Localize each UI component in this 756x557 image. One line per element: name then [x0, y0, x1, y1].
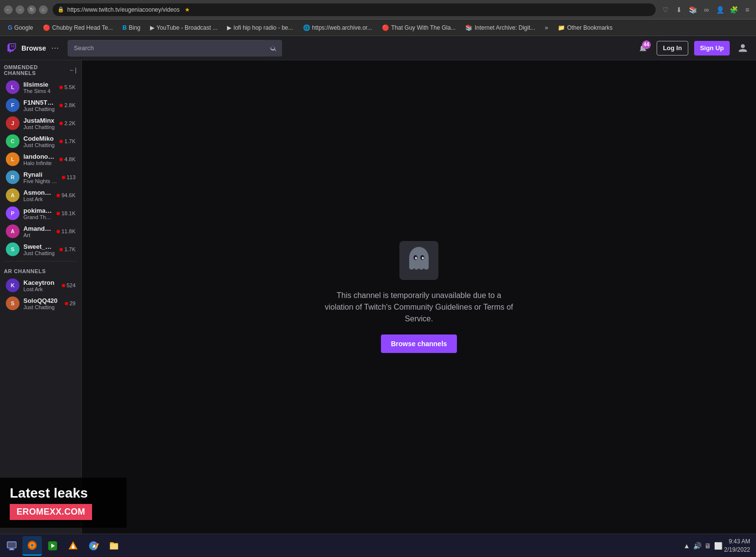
channel-game-codemiko: Just Chatting	[23, 142, 56, 148]
bookmark-star[interactable]: ★	[185, 6, 190, 13]
channel-name-asmongold: Asmongold	[23, 189, 53, 196]
browser-toolbar: ← → ↻ ⌂ 🔒 https://www.twitch.tv/eugeniac…	[0, 0, 756, 19]
channel-item-lilsimsie[interactable]: L lilsimsie The Sims 4 5.5K	[2, 78, 79, 96]
channel-viewers-asmongold: 94.6K	[57, 192, 76, 198]
channel-item-sweet-anita[interactable]: S Sweet_Anita Just Chatting 1.7K	[2, 241, 79, 258]
infinity-icon[interactable]: ∞	[701, 5, 711, 15]
tray-display-icon[interactable]: 🖥	[704, 542, 711, 550]
bookmark-internet-archive[interactable]: 📚 Internet Archive: Digit...	[461, 22, 539, 34]
bookmark-thatguy[interactable]: 🔴 That Guy With The Gla...	[378, 22, 460, 34]
taskbar-item-media[interactable]	[43, 536, 62, 556]
notification-button[interactable]: 44	[635, 40, 651, 56]
home-button[interactable]: ⌂	[39, 5, 48, 14]
channel-game-f1nn5ter: Just Chatting	[23, 106, 56, 112]
channel-avatar-f1nn5ter: F	[6, 98, 19, 112]
taskbar-clock[interactable]: 9:43 AM 2/19/2022	[724, 538, 750, 554]
channel-name-landonorris: landonorris	[23, 153, 56, 160]
taskbar-item-chrome[interactable]	[84, 536, 103, 556]
bookmark-google[interactable]: G Google	[4, 22, 37, 34]
taskbar-media-icon	[46, 539, 59, 553]
download-icon[interactable]: ⬇	[674, 5, 684, 15]
search-input[interactable]	[68, 40, 282, 56]
bookmark-bing[interactable]: B Bing	[119, 22, 145, 34]
pocket-icon[interactable]: ♡	[661, 5, 670, 15]
twitch-app: Browse ⋯ 44 Log In Sign Up	[0, 36, 756, 534]
taskbar-date: 2/19/2022	[724, 546, 750, 554]
twitch-body: OMMENDED CHANNELS ←| L lilsimsie The Sim…	[0, 60, 756, 534]
profile-icon[interactable]: 👤	[715, 5, 725, 15]
taskbar-item-firefox[interactable]	[22, 536, 42, 556]
ar-section-title: AR CHANNELS	[4, 268, 46, 274]
taskbar-right: ▲ 🔊 🖥 ⬜ 9:43 AM 2/19/2022	[683, 538, 754, 554]
channel-viewers-landonorris: 4.8K	[59, 156, 76, 162]
channel-name-amandrachlee: AmandaRachLee	[23, 225, 53, 232]
twitch-header: Browse ⋯ 44 Log In Sign Up	[0, 36, 756, 60]
more-icon[interactable]: ≡	[742, 5, 752, 15]
recommended-section-title: OMMENDED CHANNELS	[4, 64, 68, 76]
channel-item-asmongold[interactable]: A Asmongold Lost Ark 94.6K	[2, 186, 79, 204]
channel-avatar-rynali: R	[6, 170, 19, 184]
user-icon-button[interactable]	[736, 41, 750, 56]
channel-item-landonorris[interactable]: L landonorris Halo Infinite 4.8K	[2, 150, 79, 168]
channel-name-codemiko: CodeMiko	[23, 135, 56, 142]
svg-point-5	[415, 257, 417, 260]
channel-game-pokimane: Grand Theft Auto V	[23, 214, 53, 220]
refresh-button[interactable]: ↻	[27, 5, 36, 14]
bookmark-chubby[interactable]: 🔴 Chubby Red Head Te...	[39, 22, 117, 34]
live-dot-rynali	[62, 176, 65, 179]
taskbar-item-desktop[interactable]	[2, 536, 21, 556]
taskbar-desktop-icon	[5, 539, 19, 553]
channel-viewers-lilsimsie: 5.5K	[59, 84, 76, 90]
header-menu-button[interactable]: ⋯	[50, 43, 60, 53]
bookmark-more[interactable]: »	[541, 22, 552, 34]
channel-item-rynali[interactable]: R Rynali Five Nights at Fred... 113	[2, 168, 79, 186]
channel-info-asmongold: Asmongold Lost Ark	[23, 189, 53, 202]
svg-rect-7	[7, 541, 16, 548]
channel-viewers-codemiko: 1.7K	[59, 138, 76, 144]
browser-chrome: ← → ↻ ⌂ 🔒 https://www.twitch.tv/eugeniac…	[0, 0, 756, 36]
channel-info-landonorris: landonorris Halo Infinite	[23, 153, 56, 166]
back-button[interactable]: ←	[4, 5, 13, 14]
channel-game-kaceytron: Lost Ark	[23, 286, 58, 292]
channel-avatar-justaminx: J	[6, 116, 19, 130]
unavailable-text: This channel is temporarily unavailable …	[321, 290, 516, 325]
channel-item-pokimane[interactable]: P pokimane Grand Theft Auto V 18.1K	[2, 204, 79, 222]
signup-button[interactable]: Sign Up	[694, 41, 730, 56]
channel-item-soloqq420[interactable]: S SoloQQ420 Just Chatting 29	[2, 295, 79, 312]
library-icon[interactable]: 📚	[688, 5, 698, 15]
live-dot-pokimane	[57, 212, 60, 215]
channel-name-rynali: Rynali	[23, 171, 58, 178]
watermark-overlay: Latest leaks EROMEXX.COM	[0, 478, 127, 528]
channel-item-kaceytron[interactable]: K Kaceytron Lost Ark 524	[2, 277, 79, 294]
browse-channels-button[interactable]: Browse channels	[381, 334, 456, 353]
channel-game-justaminx: Just Chatting	[23, 124, 56, 130]
twitch-logo-area: Browse ⋯	[6, 42, 60, 54]
channel-viewers-f1nn5ter: 2.8K	[59, 102, 76, 108]
channel-item-f1nn5ter[interactable]: F F1NN5TER Just Chatting 2.8K	[2, 96, 79, 114]
header-right: 44 Log In Sign Up	[635, 40, 750, 56]
bookmark-youtube[interactable]: ▶ YouTube - Broadcast ...	[146, 22, 221, 34]
taskbar-item-files[interactable]	[104, 536, 124, 556]
forward-button[interactable]: →	[16, 5, 24, 14]
taskbar-item-vlc[interactable]	[63, 536, 83, 556]
bookmark-lofi[interactable]: ▶ lofi hip hop radio - be...	[223, 22, 297, 34]
search-button[interactable]	[265, 40, 282, 56]
channel-info-f1nn5ter: F1NN5TER Just Chatting	[23, 99, 56, 112]
bookmark-other[interactable]: 📁 Other Bookmarks	[554, 22, 616, 34]
collapse-recommended-button[interactable]: ←|	[68, 65, 77, 75]
channel-item-codemiko[interactable]: C CodeMiko Just Chatting 1.7K	[2, 132, 79, 150]
live-dot-sweet-anita	[59, 248, 63, 251]
bookmark-archive-web[interactable]: 🌐 https://web.archive.or...	[299, 22, 376, 34]
tray-volume-icon[interactable]: 🔊	[693, 542, 701, 550]
url-bar[interactable]: 🔒 https://www.twitch.tv/eugeniacooney/vi…	[53, 3, 656, 16]
ghost-icon	[399, 241, 438, 280]
url-text: https://www.twitch.tv/eugeniacooney/vide…	[67, 6, 180, 13]
extension-icon[interactable]: 🧩	[729, 5, 738, 15]
tray-battery-icon[interactable]: ⬜	[714, 542, 722, 550]
login-button[interactable]: Log In	[657, 41, 688, 56]
channel-viewers-amandrachlee: 11.8K	[57, 228, 76, 234]
channel-item-amandrachlee[interactable]: A AmandaRachLee Art 11.8K	[2, 223, 79, 240]
tray-arrow-icon[interactable]: ▲	[683, 542, 690, 550]
channel-avatar-pokimane: P	[6, 206, 19, 220]
channel-item-justaminx[interactable]: J JustaMinx Just Chatting 2.2K	[2, 114, 79, 132]
